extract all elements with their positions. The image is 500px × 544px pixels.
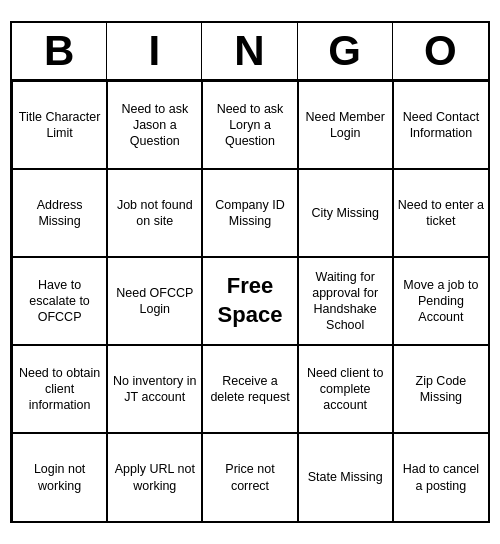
bingo-cell[interactable]: Receive a delete request bbox=[202, 345, 297, 433]
bingo-cell[interactable]: Address Missing bbox=[12, 169, 107, 257]
bingo-cell[interactable]: Waiting for approval for Handshake Schoo… bbox=[298, 257, 393, 345]
bingo-card: BINGO Title Character LimitNeed to ask J… bbox=[10, 21, 490, 523]
header-letter: O bbox=[393, 23, 488, 79]
bingo-cell[interactable]: Need to ask Loryn a Question bbox=[202, 81, 297, 169]
bingo-cell[interactable]: Login not working bbox=[12, 433, 107, 521]
bingo-cell[interactable]: Need Member Login bbox=[298, 81, 393, 169]
free-space-cell[interactable]: Free Space bbox=[202, 257, 297, 345]
bingo-cell[interactable]: City Missing bbox=[298, 169, 393, 257]
bingo-cell[interactable]: Move a job to Pending Account bbox=[393, 257, 488, 345]
bingo-cell[interactable]: Zip Code Missing bbox=[393, 345, 488, 433]
bingo-header: BINGO bbox=[12, 23, 488, 81]
bingo-cell[interactable]: State Missing bbox=[298, 433, 393, 521]
bingo-grid: Title Character LimitNeed to ask Jason a… bbox=[12, 81, 488, 521]
bingo-cell[interactable]: Company ID Missing bbox=[202, 169, 297, 257]
bingo-cell[interactable]: Apply URL not working bbox=[107, 433, 202, 521]
bingo-cell[interactable]: No inventory in JT account bbox=[107, 345, 202, 433]
bingo-cell[interactable]: Had to cancel a posting bbox=[393, 433, 488, 521]
bingo-cell[interactable]: Job not found on site bbox=[107, 169, 202, 257]
bingo-cell[interactable]: Need to ask Jason a Question bbox=[107, 81, 202, 169]
header-letter: B bbox=[12, 23, 107, 79]
bingo-cell[interactable]: Need client to complete account bbox=[298, 345, 393, 433]
bingo-cell[interactable]: Title Character Limit bbox=[12, 81, 107, 169]
header-letter: N bbox=[202, 23, 297, 79]
header-letter: I bbox=[107, 23, 202, 79]
bingo-cell[interactable]: Need OFCCP Login bbox=[107, 257, 202, 345]
bingo-cell[interactable]: Have to escalate to OFCCP bbox=[12, 257, 107, 345]
bingo-cell[interactable]: Need to obtain client information bbox=[12, 345, 107, 433]
bingo-cell[interactable]: Need Contact Information bbox=[393, 81, 488, 169]
bingo-cell[interactable]: Need to enter a ticket bbox=[393, 169, 488, 257]
header-letter: G bbox=[298, 23, 393, 79]
bingo-cell[interactable]: Price not correct bbox=[202, 433, 297, 521]
